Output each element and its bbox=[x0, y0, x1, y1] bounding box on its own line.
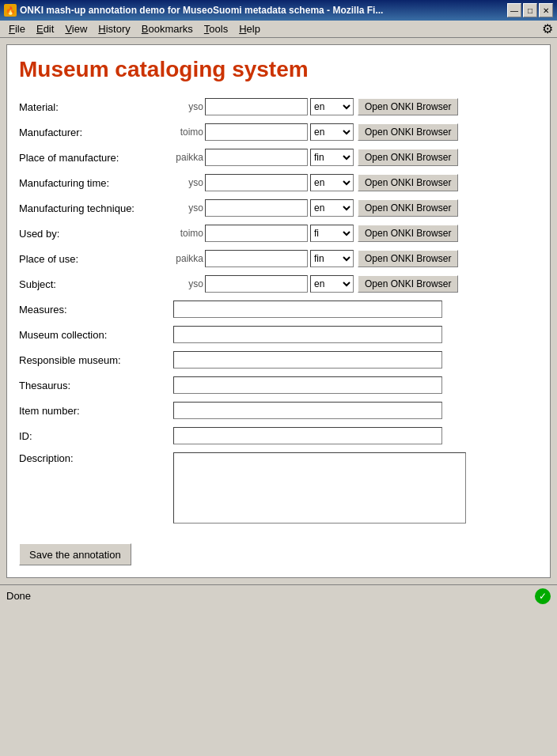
menu-edit[interactable]: Edit bbox=[32, 21, 59, 36]
field-measures: Measures: bbox=[19, 301, 538, 318]
field-manufacturing-time: Manufacturing time: yso enfisv Open ONKI… bbox=[19, 174, 538, 191]
lang-material[interactable]: enfisv bbox=[310, 98, 354, 115]
prefix-manufacturing-time: yso bbox=[173, 177, 203, 188]
field-item-number: Item number: bbox=[19, 402, 538, 419]
lang-subject[interactable]: enfisv bbox=[310, 275, 354, 293]
label-measures: Measures: bbox=[19, 304, 173, 316]
label-manufacturing-technique: Manufacturing technique: bbox=[19, 202, 173, 214]
close-button[interactable]: ✕ bbox=[539, 3, 553, 17]
label-item-number: Item number: bbox=[19, 405, 173, 417]
menu-file[interactable]: File bbox=[4, 21, 30, 36]
field-used-by: Used by: toimo fiensv Open ONKI Browser bbox=[19, 225, 538, 242]
main-content: Museum cataloging system Material: yso e… bbox=[6, 44, 551, 578]
field-manufacturing-technique: Manufacturing technique: yso enfisv Open… bbox=[19, 199, 538, 217]
field-material: Material: yso enfisv Open ONKI Browser bbox=[19, 98, 538, 115]
prefix-subject: yso bbox=[173, 278, 203, 289]
onki-btn-manufacturing-technique[interactable]: Open ONKI Browser bbox=[358, 199, 458, 217]
menu-bar: File Edit View History Bookmarks Tools H… bbox=[0, 21, 557, 38]
menu-history[interactable]: History bbox=[93, 21, 135, 36]
input-museum-collection[interactable] bbox=[173, 326, 442, 343]
input-measures[interactable] bbox=[173, 301, 442, 318]
field-place-manufacture: Place of manufacture: paikka finensv Ope… bbox=[19, 149, 538, 166]
label-place-manufacture: Place of manufacture: bbox=[19, 152, 173, 164]
field-museum-collection: Museum collection: bbox=[19, 326, 538, 343]
input-manufacturing-time[interactable] bbox=[205, 174, 308, 191]
save-button[interactable]: Save the annotation bbox=[19, 543, 131, 565]
field-place-use: Place of use: paikka finensv Open ONKI B… bbox=[19, 250, 538, 267]
status-text: Done bbox=[6, 590, 532, 602]
prefix-used-by: toimo bbox=[173, 228, 203, 239]
label-manufacturer: Manufacturer: bbox=[19, 127, 173, 138]
app-icon: 🔥 bbox=[4, 4, 17, 17]
menu-help[interactable]: Help bbox=[234, 21, 265, 36]
label-responsible-museum: Responsible museum: bbox=[19, 354, 173, 366]
input-manufacturer[interactable] bbox=[205, 123, 308, 141]
lang-place-manufacture[interactable]: finensv bbox=[310, 149, 354, 166]
label-subject: Subject: bbox=[19, 278, 173, 290]
onki-btn-manufacturer[interactable]: Open ONKI Browser bbox=[358, 123, 458, 141]
field-id: ID: bbox=[19, 427, 538, 444]
prefix-manufacturing-technique: yso bbox=[173, 202, 203, 214]
window-controls: — □ ✕ bbox=[507, 3, 553, 17]
label-manufacturing-time: Manufacturing time: bbox=[19, 177, 173, 189]
input-description[interactable] bbox=[173, 452, 466, 524]
prefix-place-use: paikka bbox=[173, 253, 203, 264]
field-thesaurus: Thesaurus: bbox=[19, 376, 538, 394]
input-material[interactable] bbox=[205, 98, 308, 115]
onki-btn-manufacturing-time[interactable]: Open ONKI Browser bbox=[358, 174, 458, 191]
input-manufacturing-technique[interactable] bbox=[205, 199, 308, 217]
label-thesaurus: Thesaurus: bbox=[19, 380, 173, 391]
field-manufacturer: Manufacturer: toimo enfisv Open ONKI Bro… bbox=[19, 123, 538, 141]
window-title: ONKI mash-up annotation demo for MuseoSu… bbox=[20, 5, 383, 16]
menu-view[interactable]: View bbox=[60, 21, 92, 36]
menu-tools[interactable]: Tools bbox=[199, 21, 233, 36]
input-id[interactable] bbox=[173, 427, 442, 444]
field-responsible-museum: Responsible museum: bbox=[19, 351, 538, 369]
onki-btn-place-use[interactable]: Open ONKI Browser bbox=[358, 250, 458, 267]
lang-place-use[interactable]: finensv bbox=[310, 250, 354, 267]
lang-manufacturing-technique[interactable]: enfisv bbox=[310, 199, 354, 217]
prefix-place-manufacture: paikka bbox=[173, 152, 203, 163]
field-subject: Subject: yso enfisv Open ONKI Browser bbox=[19, 275, 538, 293]
prefix-manufacturer: toimo bbox=[173, 127, 203, 138]
label-used-by: Used by: bbox=[19, 228, 173, 240]
field-description: Description: bbox=[19, 452, 538, 524]
lang-manufacturing-time[interactable]: enfisv bbox=[310, 174, 354, 191]
minimize-button[interactable]: — bbox=[507, 3, 521, 17]
label-museum-collection: Museum collection: bbox=[19, 329, 173, 341]
onki-btn-used-by[interactable]: Open ONKI Browser bbox=[358, 225, 458, 242]
input-place-use[interactable] bbox=[205, 250, 308, 267]
page-title: Museum cataloging system bbox=[19, 57, 538, 82]
input-thesaurus[interactable] bbox=[173, 376, 442, 394]
label-place-use: Place of use: bbox=[19, 253, 173, 265]
title-bar: 🔥 ONKI mash-up annotation demo for Museo… bbox=[0, 0, 557, 21]
lang-manufacturer[interactable]: enfisv bbox=[310, 123, 354, 141]
status-icon: ✓ bbox=[535, 588, 551, 604]
gear-icon[interactable]: ⚙ bbox=[542, 21, 553, 36]
onki-btn-material[interactable]: Open ONKI Browser bbox=[358, 98, 458, 115]
menu-bookmarks[interactable]: Bookmarks bbox=[137, 21, 198, 36]
input-subject[interactable] bbox=[205, 275, 308, 293]
status-bar: Done ✓ bbox=[0, 584, 557, 607]
onki-btn-subject[interactable]: Open ONKI Browser bbox=[358, 275, 458, 293]
label-id: ID: bbox=[19, 430, 173, 442]
onki-btn-place-manufacture[interactable]: Open ONKI Browser bbox=[358, 149, 458, 166]
maximize-button[interactable]: □ bbox=[523, 3, 537, 17]
prefix-material: yso bbox=[173, 101, 203, 112]
label-material: Material: bbox=[19, 101, 173, 113]
input-place-manufacture[interactable] bbox=[205, 149, 308, 166]
input-item-number[interactable] bbox=[173, 402, 442, 419]
label-description: Description: bbox=[19, 452, 173, 464]
input-responsible-museum[interactable] bbox=[173, 351, 442, 369]
input-used-by[interactable] bbox=[205, 225, 308, 242]
save-section: Save the annotation bbox=[19, 531, 538, 565]
lang-used-by[interactable]: fiensv bbox=[310, 225, 354, 242]
